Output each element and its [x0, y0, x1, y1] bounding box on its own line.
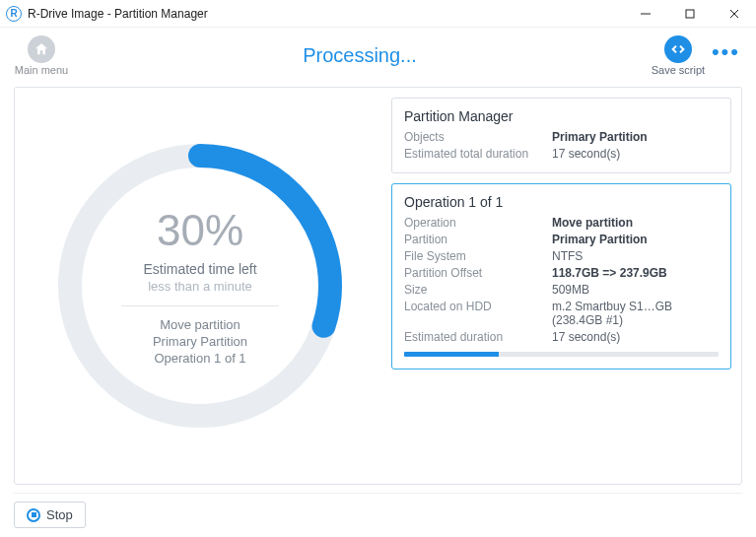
toolbar: Main menu Processing... Save script •••	[0, 28, 756, 83]
details-column: Partition Manager Objects Primary Partit…	[391, 98, 731, 474]
operation-summary: Move partition Primary Partition Operati…	[153, 316, 247, 367]
op-operation-value: Move partition	[552, 216, 719, 230]
op-hdd-label: Located on HDD	[404, 300, 552, 327]
divider	[121, 305, 279, 306]
summary-est-label: Estimated total duration	[404, 147, 552, 161]
more-menu-button[interactable]: •••	[708, 39, 744, 71]
svg-rect-0	[686, 10, 694, 18]
op-operation-label: Operation	[404, 216, 552, 230]
op-dur-label: Estimated duration	[404, 330, 552, 344]
op-size-value: 509MB	[552, 283, 719, 297]
save-script-label: Save script	[652, 64, 705, 76]
progress-column: 30% Estimated time left less than a minu…	[19, 98, 381, 474]
window-title: R-Drive Image - Partition Manager	[28, 7, 208, 21]
main-content: 30% Estimated time left less than a minu…	[14, 87, 742, 485]
op-fs-value: NTFS	[552, 249, 719, 263]
summary-panel: Partition Manager Objects Primary Partit…	[391, 98, 731, 173]
op-dur-value: 17 second(s)	[552, 330, 719, 344]
op-line-2: Primary Partition	[153, 333, 247, 350]
op-hdd-value: m.2 Smartbuy S1…GB (238.4GB #1)	[552, 300, 719, 327]
save-script-button[interactable]: Save script	[649, 35, 708, 76]
operation-progress-bar	[404, 352, 719, 357]
summary-objects-value: Primary Partition	[552, 130, 719, 144]
op-line-3: Operation 1 of 1	[153, 350, 247, 367]
minimize-button[interactable]	[623, 0, 667, 28]
app-icon: R	[6, 6, 22, 22]
summary-est-value: 17 second(s)	[552, 147, 719, 161]
stop-icon	[27, 508, 40, 522]
estimated-time-value: less than a minute	[148, 279, 252, 294]
progress-ring: 30% Estimated time left less than a minu…	[47, 133, 353, 438]
page-title: Processing...	[71, 44, 649, 67]
summary-objects-label: Objects	[404, 130, 552, 144]
progress-percent: 30%	[157, 206, 243, 255]
main-menu-label: Main menu	[15, 64, 68, 76]
op-partition-value: Primary Partition	[552, 233, 719, 246]
main-menu-button[interactable]: Main menu	[12, 35, 71, 76]
stop-label: Stop	[46, 507, 73, 522]
close-button[interactable]	[712, 0, 756, 28]
op-offset-label: Partition Offset	[404, 266, 552, 280]
window-titlebar: R R-Drive Image - Partition Manager	[0, 0, 756, 28]
operation-panel: Operation 1 of 1 Operation Move partitio…	[391, 183, 731, 369]
op-fs-label: File System	[404, 249, 552, 263]
op-size-label: Size	[404, 283, 552, 297]
op-offset-value: 118.7GB => 237.9GB	[552, 266, 719, 280]
maximize-button[interactable]	[667, 0, 712, 28]
home-icon	[28, 35, 55, 63]
op-line-1: Move partition	[153, 316, 247, 333]
code-icon	[664, 35, 692, 63]
window-controls	[623, 0, 756, 28]
operation-title: Operation 1 of 1	[404, 194, 719, 210]
summary-title: Partition Manager	[404, 108, 719, 124]
op-partition-label: Partition	[404, 233, 552, 246]
estimated-time-label: Estimated time left	[143, 261, 256, 277]
stop-button[interactable]: Stop	[14, 502, 86, 528]
footer: Stop	[14, 493, 742, 532]
